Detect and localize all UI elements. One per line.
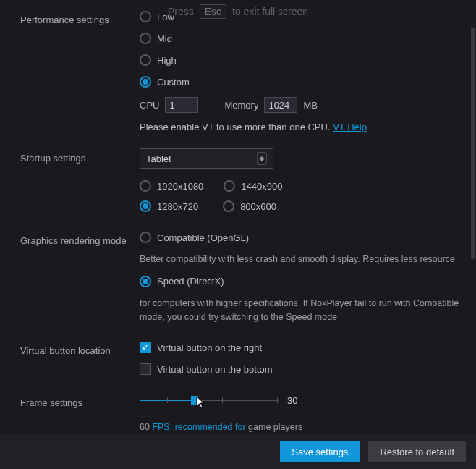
- fps-hint-60: 60 FPS: recommended for game players: [140, 421, 467, 433]
- perf-custom-label: Custom: [157, 77, 190, 88]
- cpu-label: CPU: [140, 100, 159, 111]
- res-1920x1080-radio[interactable]: [140, 180, 151, 192]
- startup-device-select[interactable]: Tablet: [140, 148, 273, 169]
- fps-value: 30: [287, 395, 297, 406]
- res-1280x720-radio[interactable]: [140, 200, 151, 212]
- perf-mid-label: Mid: [157, 33, 172, 44]
- memory-label: Memory: [224, 100, 258, 111]
- startup-settings-label: Startup settings: [20, 148, 140, 164]
- startup-device-value: Tablet: [146, 153, 171, 164]
- graphics-compat-label: Compatible (OpenGL): [157, 232, 249, 243]
- frame-settings-label: Frame settings: [20, 393, 140, 408]
- restore-default-button[interactable]: Restore to default: [368, 441, 466, 462]
- vbtn-right-label: Virtual button on the right: [157, 342, 262, 353]
- memory-input[interactable]: [264, 97, 297, 113]
- graphics-compat-desc: Better compatibility with less crash and…: [140, 253, 467, 266]
- res-800x600-radio[interactable]: [223, 200, 234, 212]
- save-button[interactable]: Save settings: [280, 441, 360, 462]
- fps-slider[interactable]: [140, 393, 277, 407]
- res-800x600-label: 800x600: [240, 201, 276, 212]
- memory-unit: MB: [303, 100, 318, 111]
- graphics-speed-desc: for computers with higher specifications…: [140, 297, 467, 324]
- vbtn-bottom-checkbox[interactable]: [140, 363, 151, 375]
- virtual-button-label: Virtual button location: [20, 341, 140, 356]
- graphics-speed-label: Speed (DirectX): [157, 276, 224, 287]
- vt-hint-text: Please enable VT to use more than one CP…: [140, 122, 333, 132]
- res-1280x720-label: 1280x720: [157, 201, 198, 212]
- vbtn-right-checkbox[interactable]: [140, 342, 151, 353]
- perf-high-label: High: [157, 55, 177, 66]
- graphics-mode-label: Graphics rendering mode: [20, 231, 140, 246]
- scrollbar[interactable]: [471, 1, 475, 431]
- performance-settings-label: Performance settings: [20, 10, 140, 25]
- perf-low-label: Low: [157, 12, 174, 22]
- graphics-compat-radio[interactable]: [140, 232, 151, 243]
- perf-custom-radio[interactable]: [140, 76, 151, 88]
- cpu-input[interactable]: [165, 97, 198, 113]
- perf-high-radio[interactable]: [140, 54, 151, 66]
- footer: Save settings Restore to default: [0, 433, 476, 469]
- fps-slider-thumb[interactable]: [191, 396, 198, 405]
- graphics-speed-radio[interactable]: [140, 276, 151, 287]
- res-1920x1080-label: 1920x1080: [157, 181, 203, 192]
- res-1440x900-radio[interactable]: [224, 180, 235, 192]
- vbtn-bottom-label: Virtual button on the bottom: [157, 364, 272, 375]
- chevron-updown-icon: [257, 152, 267, 165]
- vt-help-link[interactable]: VT Help: [333, 122, 367, 132]
- scrollbar-thumb[interactable]: [471, 28, 475, 259]
- res-1440x900-label: 1440x900: [241, 181, 282, 192]
- perf-low-radio[interactable]: [140, 11, 151, 22]
- perf-mid-radio[interactable]: [140, 33, 151, 44]
